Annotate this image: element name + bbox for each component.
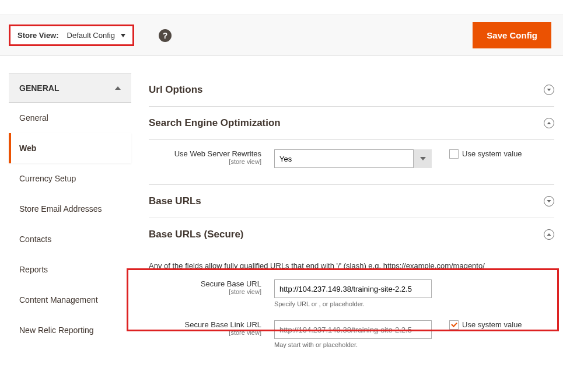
config-sidebar: GENERAL General Web Currency Setup Store… — [9, 74, 131, 352]
section-seo[interactable]: Search Engine Optimization — [149, 107, 554, 140]
secure-desc: Any of the fields allow fully qualified … — [149, 251, 554, 270]
section-url-options[interactable]: Url Options — [149, 74, 554, 107]
expand-icon — [544, 85, 554, 95]
chevron-up-icon — [115, 86, 121, 90]
save-config-button[interactable]: Save Config — [473, 22, 551, 48]
sidebar-item-label: Currency Setup — [19, 174, 76, 183]
sidebar-item-label: General — [19, 113, 48, 123]
config-main: Url Options Search Engine Optimization U… — [131, 74, 554, 352]
sidebar-item-currency[interactable]: Currency Setup — [9, 163, 131, 194]
config-toolbar: Store View: Default Config ? Save Config — [0, 15, 563, 56]
field-label: Use Web Server Rewrites [store view] — [149, 149, 274, 165]
sidebar-item-label: New Relic Reporting — [19, 326, 94, 335]
sidebar-item-label: Contacts — [19, 235, 51, 244]
store-view-switcher[interactable]: Store View: Default Config — [9, 24, 134, 46]
section-base-urls[interactable]: Base URLs — [149, 185, 554, 218]
sidebar-item-content-mgmt[interactable]: Content Management — [9, 285, 131, 315]
section-title: Search Engine Optimization — [149, 117, 281, 129]
chevron-up-icon — [547, 233, 551, 236]
expand-icon — [544, 196, 554, 206]
chevron-down-icon — [547, 89, 551, 91]
row-secure-base-url: Secure Base URL [store view] Specify URL… — [149, 270, 554, 311]
use-system-wrap: Use system value — [432, 320, 522, 330]
label-text: Secure Base URL — [201, 279, 261, 288]
sidebar-item-label: Reports — [19, 265, 48, 274]
web-server-rewrites-select[interactable]: Yes — [274, 149, 432, 168]
scope-text: [store view] — [149, 288, 261, 295]
sidebar-item-label: Web — [19, 144, 36, 153]
field-control: Yes — [274, 149, 432, 168]
section-base-urls-secure[interactable]: Base URLs (Secure) — [149, 218, 554, 251]
use-system-label: Use system value — [462, 149, 522, 158]
use-system-checkbox[interactable] — [449, 320, 459, 330]
field-control: Specify URL or , or placeholder. — [274, 279, 432, 307]
collapse-icon — [544, 229, 554, 240]
chevron-up-icon — [547, 122, 551, 124]
row-web-server-rewrites: Use Web Server Rewrites [store view] Yes… — [149, 140, 554, 185]
use-system-checkbox[interactable] — [449, 149, 459, 159]
config-content: GENERAL General Web Currency Setup Store… — [0, 74, 563, 352]
sidebar-item-general[interactable]: General — [9, 103, 131, 133]
section-title: Base URLs (Secure) — [149, 229, 244, 240]
secure-base-url-input[interactable] — [274, 279, 432, 298]
scope-text: [store view] — [149, 158, 261, 165]
use-system-label: Use system value — [462, 320, 522, 329]
help-icon[interactable]: ? — [159, 29, 172, 42]
sidebar-section-label: GENERAL — [19, 83, 59, 93]
field-hint: Specify URL or , or placeholder. — [274, 300, 432, 307]
field-label: Secure Base URL [store view] — [149, 279, 274, 295]
use-system-wrap: Use system value — [432, 149, 522, 159]
secure-base-link-url-input — [274, 320, 432, 339]
row-secure-base-link-url: Secure Base Link URL [store view] May st… — [149, 311, 554, 352]
label-text: Secure Base Link URL — [184, 320, 261, 329]
sidebar-item-contacts[interactable]: Contacts — [9, 224, 131, 254]
field-control: May start with or placeholder. — [274, 320, 432, 348]
scope-text: [store view] — [149, 329, 261, 336]
store-view-value: Default Config — [67, 31, 115, 40]
label-text: Use Web Server Rewrites — [174, 149, 261, 158]
caret-down-icon — [121, 34, 125, 37]
sidebar-item-label: Store Email Addresses — [19, 204, 102, 214]
sidebar-item-web[interactable]: Web — [9, 133, 131, 163]
field-hint: May start with or placeholder. — [274, 341, 432, 348]
sidebar-item-email[interactable]: Store Email Addresses — [9, 194, 131, 224]
sidebar-item-newrelic[interactable]: New Relic Reporting — [9, 315, 131, 345]
sidebar-section-general[interactable]: GENERAL — [9, 74, 131, 103]
chevron-down-icon — [547, 200, 551, 202]
toolbar-left: Store View: Default Config ? — [9, 24, 172, 46]
field-label: Secure Base Link URL [store view] — [149, 320, 274, 336]
section-title: Url Options — [149, 84, 203, 96]
collapse-icon — [544, 118, 554, 128]
section-title: Base URLs — [149, 195, 201, 207]
sidebar-item-reports[interactable]: Reports — [9, 254, 131, 285]
store-view-label: Store View: — [18, 31, 59, 40]
sidebar-item-label: Content Management — [19, 295, 98, 304]
